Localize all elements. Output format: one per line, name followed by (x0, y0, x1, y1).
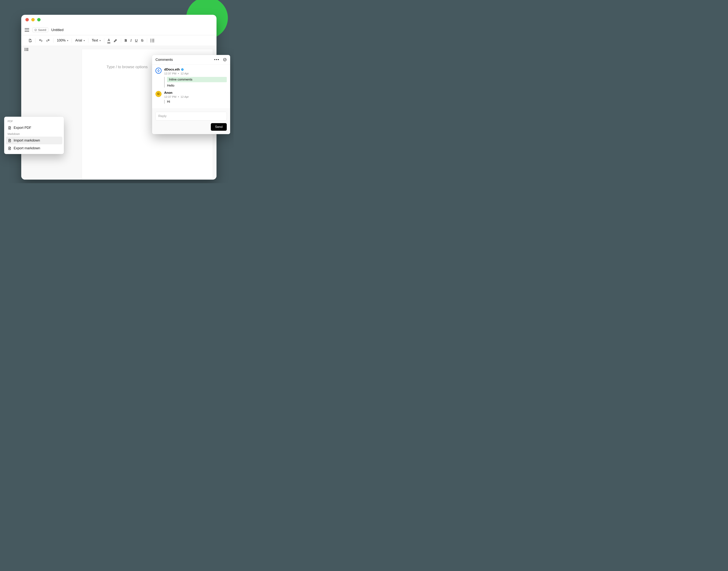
comment-quoted-text: Inline comments (167, 77, 227, 82)
check-circle-icon (34, 29, 37, 31)
outline-icon (25, 48, 28, 51)
bold-button[interactable]: B (124, 38, 127, 43)
comment-text: Hi (167, 100, 227, 104)
document-title[interactable]: Untitled (52, 28, 64, 32)
resolve-icon[interactable] (223, 58, 227, 62)
header-bar: Saved Untitled (21, 25, 216, 35)
export-pdf-item[interactable]: Export PDF (6, 124, 62, 132)
comment-username: dDocs.eth (164, 68, 180, 72)
zoom-select[interactable]: 100% ▾ (57, 38, 68, 42)
highlight-button[interactable] (113, 38, 117, 43)
menu-section-markdown: Markdown (6, 132, 62, 137)
menu-item-label: Export PDF (14, 126, 31, 130)
comment-user: dDocs.eth (164, 68, 227, 72)
saved-label: Saved (38, 28, 46, 31)
comments-footer: Send (152, 109, 230, 134)
editor-placeholder: Type / to browse options (106, 65, 148, 69)
comments-title: Comments (156, 58, 173, 62)
window-close-button[interactable] (25, 18, 29, 21)
send-button[interactable]: Send (211, 123, 227, 131)
strikethrough-button[interactable]: S (141, 38, 144, 43)
avatar (156, 91, 162, 97)
zoom-value: 100% (57, 38, 66, 42)
menu-item-label: Import markdown (14, 138, 40, 142)
formatting-toolbar: 100% ▾ Arial ▾ Text ▾ A B (21, 35, 216, 46)
highlighter-icon (113, 38, 117, 43)
chevron-down-icon: ▾ (67, 39, 68, 42)
file-io-menu: PDF Export PDF Markdown Import markdown … (4, 117, 64, 154)
svg-point-1 (223, 59, 226, 61)
svg-point-0 (35, 29, 37, 31)
chevron-down-icon: ▾ (84, 39, 85, 42)
file-export-icon (8, 146, 11, 150)
file-export-icon (8, 126, 11, 130)
font-family-select[interactable]: Arial ▾ (75, 38, 85, 42)
undo-icon[interactable] (39, 39, 43, 42)
file-io-icon[interactable] (28, 39, 32, 42)
saved-status-badge: Saved (32, 27, 48, 32)
font-family-value: Arial (75, 38, 82, 42)
comment-timestamp: 12:37 PM • 12 Apr (164, 72, 227, 75)
redo-icon[interactable] (46, 39, 50, 42)
comments-panel: Comments ••• dDocs.eth 12:37 PM • 12 Apr (152, 55, 230, 134)
file-import-icon (8, 139, 11, 142)
hamburger-menu-icon[interactable] (25, 28, 29, 32)
window-minimize-button[interactable] (31, 18, 35, 21)
verified-badge-icon (181, 68, 184, 71)
comment-item: Anon 12:37 PM • 12 Apr Hi (156, 91, 227, 104)
italic-button[interactable]: I (130, 38, 131, 43)
comment-timestamp: 12:37 PM • 12 Apr (164, 95, 227, 98)
outline-toggle[interactable] (25, 48, 28, 51)
comment-item: dDocs.eth 12:37 PM • 12 Apr Inline comme… (156, 68, 227, 88)
export-markdown-item[interactable]: Export markdown (6, 144, 62, 152)
comments-header: Comments ••• (152, 55, 230, 65)
chevron-down-icon: ▾ (100, 39, 101, 42)
bulleted-list-icon[interactable] (151, 39, 154, 42)
window-maximize-button[interactable] (37, 18, 40, 21)
text-color-button[interactable]: A (108, 38, 110, 43)
text-style-select[interactable]: Text ▾ (92, 38, 101, 42)
avatar (156, 68, 162, 74)
more-options-icon[interactable]: ••• (214, 58, 219, 62)
import-markdown-item[interactable]: Import markdown (6, 137, 62, 144)
text-style-value: Text (92, 38, 98, 42)
titlebar (21, 15, 216, 25)
reply-input[interactable] (156, 112, 227, 120)
menu-section-pdf: PDF (6, 119, 62, 124)
underline-button[interactable]: U (135, 38, 138, 43)
comment-user: Anon (164, 91, 227, 95)
comment-text: Hello (167, 84, 227, 88)
comment-username: Anon (164, 91, 172, 95)
menu-item-label: Export markdown (14, 146, 40, 150)
